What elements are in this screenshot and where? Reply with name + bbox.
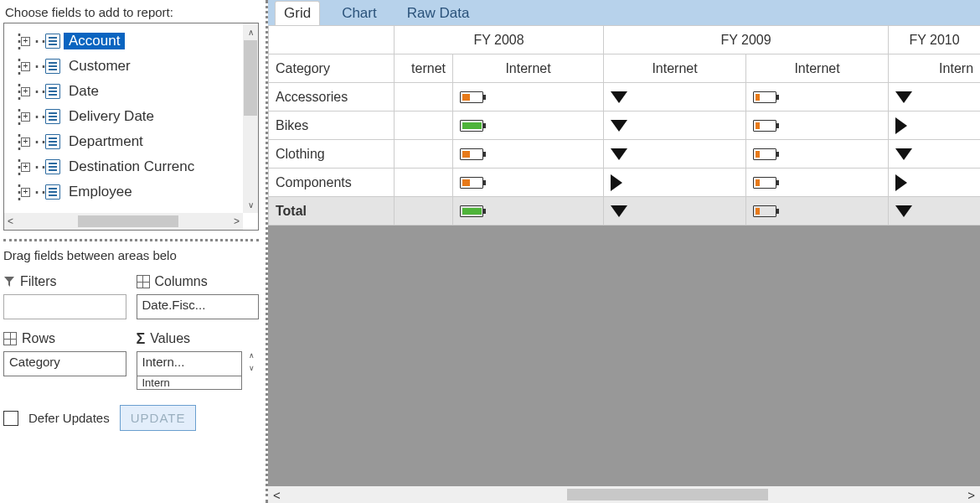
field-item[interactable]: ⋮+⋯Date (8, 79, 255, 104)
values-item-2[interactable]: Intern (142, 376, 170, 389)
data-cell[interactable] (395, 111, 453, 140)
hscroll-thumb[interactable] (78, 215, 178, 227)
field-item[interactable]: ⋮+⋯Customer (8, 54, 255, 79)
field-item[interactable]: ⋮+⋯Delivery Date (8, 104, 255, 129)
grid-hscrollbar[interactable]: < > (268, 486, 980, 503)
field-label[interactable]: Delivery Date (64, 108, 159, 125)
field-item[interactable]: ⋮+⋯Department (8, 129, 255, 154)
field-label[interactable]: Customer (64, 58, 136, 75)
table-row[interactable]: Clothing (269, 140, 981, 169)
year-header[interactable]: FY 2008 (395, 26, 604, 54)
scroll-right-icon[interactable]: > (234, 215, 240, 227)
scroll-up-icon[interactable]: ∧ (243, 23, 258, 40)
field-icon (45, 134, 60, 149)
scroll-down-icon[interactable]: ∨ (244, 364, 259, 376)
columns-area[interactable]: Columns Date.Fisc... (137, 272, 260, 319)
filters-area[interactable]: Filters (3, 272, 126, 319)
data-cell[interactable] (889, 83, 980, 111)
table-row[interactable]: Bikes (269, 111, 981, 140)
data-cell[interactable] (746, 111, 889, 140)
col-header[interactable]: Internet (453, 54, 604, 83)
data-cell[interactable] (889, 197, 980, 226)
defer-updates-checkbox[interactable] (3, 411, 18, 426)
field-label[interactable]: Date (64, 83, 104, 100)
data-cell[interactable] (746, 169, 889, 197)
field-item[interactable]: ⋮+⋯Destination Currenc (8, 154, 255, 179)
data-cell[interactable] (746, 140, 889, 169)
expand-icon[interactable]: + (21, 37, 30, 46)
field-label[interactable]: Department (64, 133, 148, 150)
values-item-1[interactable]: Intern... (142, 355, 185, 369)
filters-dropzone[interactable] (3, 294, 126, 319)
col-header[interactable]: Intern (889, 54, 980, 83)
data-cell[interactable] (604, 140, 746, 169)
tab-chart[interactable]: Chart (333, 2, 385, 25)
row-label[interactable]: Bikes (269, 111, 395, 140)
expand-icon[interactable]: + (21, 163, 30, 172)
data-cell[interactable] (395, 83, 453, 111)
field-list-hscrollbar[interactable]: < > (4, 213, 243, 230)
field-label[interactable]: Employee (64, 184, 137, 200)
columns-dropzone[interactable]: Date.Fisc... (137, 294, 260, 319)
col-header[interactable]: ternet (395, 54, 453, 83)
total-row[interactable]: Total (269, 197, 981, 226)
field-item[interactable]: ⋮+⋯Employee (8, 179, 255, 205)
table-row[interactable]: Components (269, 169, 981, 197)
scroll-down-icon[interactable]: ∨ (243, 196, 258, 213)
data-cell[interactable] (889, 169, 980, 197)
expand-icon[interactable]: + (21, 137, 30, 147)
data-cell[interactable] (395, 169, 453, 197)
field-list[interactable]: ⋮+⋯Account⋮+⋯Customer⋮+⋯Date⋮+⋯Delivery … (4, 23, 258, 206)
field-label[interactable]: Account (64, 33, 125, 49)
scroll-left-icon[interactable]: < (8, 215, 13, 227)
scroll-thumb[interactable] (244, 40, 257, 116)
scroll-up-icon[interactable]: ∧ (244, 351, 259, 364)
col-header[interactable]: Internet (746, 54, 889, 83)
data-cell[interactable] (604, 111, 746, 140)
row-label[interactable]: Accessories (269, 83, 395, 111)
data-cell[interactable] (889, 140, 980, 169)
data-cell[interactable] (604, 83, 746, 111)
expand-icon[interactable]: + (21, 87, 30, 96)
data-cell[interactable] (746, 197, 889, 226)
field-item[interactable]: ⋮+⋯Account (8, 29, 255, 54)
data-cell[interactable] (889, 111, 980, 140)
table-row[interactable]: Accessories (269, 83, 981, 111)
values-area[interactable]: Σ Values Intern... Intern ∧ ∨ (137, 329, 260, 390)
data-cell[interactable] (604, 169, 746, 197)
data-cell[interactable] (453, 83, 604, 111)
data-cell[interactable] (746, 83, 889, 111)
scroll-left-icon[interactable]: < (273, 488, 281, 502)
scroll-right-icon[interactable]: > (967, 488, 975, 502)
tab-grid[interactable]: Grid (275, 1, 320, 25)
values-dropzone-1[interactable]: Intern... (137, 351, 243, 376)
values-dropzone-2[interactable]: Intern (137, 376, 243, 390)
data-cell[interactable] (453, 169, 604, 197)
row-label[interactable]: Clothing (269, 140, 395, 169)
columns-item[interactable]: Date.Fisc... (142, 298, 206, 312)
row-label[interactable]: Components (269, 169, 395, 197)
col-header[interactable]: Internet (604, 54, 746, 83)
data-cell[interactable] (395, 197, 453, 226)
values-scroll[interactable]: ∧ ∨ (244, 351, 259, 376)
data-cell[interactable] (453, 111, 604, 140)
tab-raw-data[interactable]: Raw Data (399, 2, 478, 25)
rows-item[interactable]: Category (9, 355, 60, 369)
expand-icon[interactable]: + (21, 62, 30, 71)
year-header[interactable]: FY 2010 (889, 26, 980, 54)
rows-area[interactable]: Rows Category (3, 329, 126, 390)
expand-icon[interactable]: + (21, 188, 30, 197)
data-cell[interactable] (604, 197, 746, 226)
data-cell[interactable] (453, 197, 604, 226)
year-header[interactable]: FY 2009 (604, 26, 889, 54)
hscroll-thumb[interactable] (567, 489, 768, 500)
category-header[interactable]: Category (269, 54, 395, 83)
update-button[interactable]: UPDATE (120, 405, 197, 431)
pivot-grid[interactable]: FY 2008 FY 2009 FY 2010 Category ternet … (268, 25, 980, 226)
data-cell[interactable] (395, 140, 453, 169)
field-label[interactable]: Destination Currenc (64, 158, 199, 175)
data-cell[interactable] (453, 140, 604, 169)
rows-dropzone[interactable]: Category (3, 351, 126, 376)
expand-icon[interactable]: + (21, 112, 30, 122)
field-list-vscrollbar[interactable]: ∧ ∨ (243, 23, 258, 213)
